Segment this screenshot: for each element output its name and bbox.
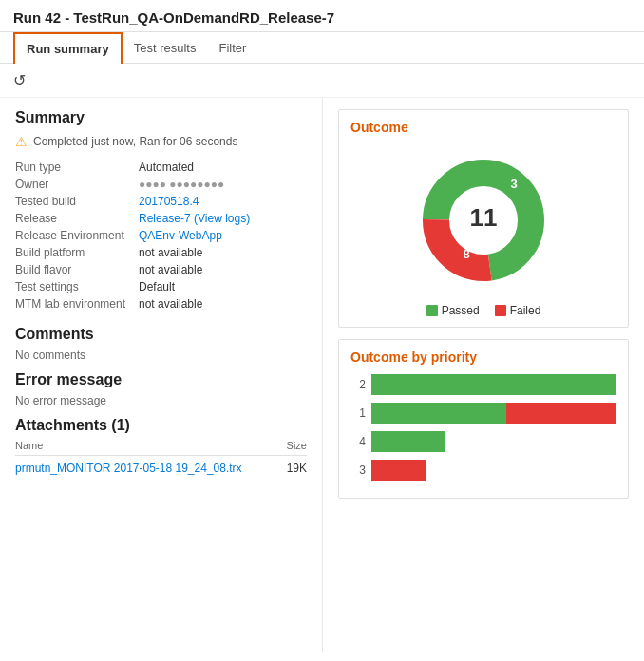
bar-green-2 [371, 374, 616, 395]
priority-title: Outcome by priority [350, 349, 616, 365]
comments-value: No comments [15, 349, 307, 362]
field-value: Default [139, 278, 307, 295]
table-row: Owner ●●●● ●●●●●●●● [15, 176, 307, 193]
attachment-link[interactable]: prmutn_MONITOR 2017-05-18 19_24_08.trx [15, 462, 242, 475]
priority-row-3: 3 [350, 460, 616, 481]
field-label: Tested build [15, 193, 139, 210]
right-panel: Outcome 11 3 8 [323, 98, 644, 652]
legend-failed-label: Failed [510, 304, 541, 317]
bar-green-1 [371, 403, 506, 424]
legend: Passed Failed [350, 304, 616, 317]
priority-card: Outcome by priority 2 1 4 [338, 339, 629, 499]
table-row: Test settings Default [15, 278, 307, 295]
table-row: Run type Automated [15, 159, 307, 176]
attachments-section-title: Attachments (1) [15, 417, 307, 434]
field-label: Build flavor [15, 261, 139, 278]
priority-row-4: 4 [350, 431, 616, 452]
table-row: Release Release-7 (View logs) [15, 210, 307, 227]
field-label: Owner [15, 176, 139, 193]
main-content: Summary ⚠ Completed just now, Ran for 06… [0, 98, 644, 652]
field-value[interactable]: QAEnv-WebApp [139, 227, 307, 244]
title-bar: Run 42 - TestRun_QA-OnDemandRD_Release-7 [0, 0, 644, 32]
field-value: Automated [139, 159, 307, 176]
tab-filter[interactable]: Filter [207, 33, 257, 63]
field-value[interactable]: Release-7 (View logs) [139, 210, 307, 227]
field-value[interactable]: 20170518.4 [139, 193, 307, 210]
field-label: Release Environment [15, 227, 139, 244]
table-row: MTM lab environment not available [15, 295, 307, 312]
donut-total-label: 11 [470, 203, 498, 232]
release-env-link[interactable]: QAEnv-WebApp [139, 229, 222, 242]
attachments-col-name: Name [15, 440, 43, 451]
bar-track-3 [371, 460, 616, 481]
table-row: Build platform not available [15, 244, 307, 261]
tested-build-link[interactable]: 20170518.4 [139, 195, 199, 208]
attachment-row: prmutn_MONITOR 2017-05-18 19_24_08.trx 1… [15, 460, 307, 477]
donut-passed-label: 8 [463, 247, 469, 261]
field-label: Test settings [15, 278, 139, 295]
field-label: Release [15, 210, 139, 227]
priority-label-4: 4 [350, 435, 366, 448]
bar-track-2 [371, 374, 616, 395]
refresh-button[interactable]: ↺ [13, 71, 26, 89]
priority-row-2: 2 [350, 374, 616, 395]
legend-passed-dot [426, 305, 438, 316]
priority-row-1: 1 [350, 403, 616, 424]
legend-passed: Passed [426, 304, 480, 317]
priority-label-3: 3 [350, 463, 366, 477]
info-table: Run type Automated Owner ●●●● ●●●●●●●● T… [15, 159, 307, 312]
field-label: MTM lab environment [15, 295, 139, 312]
comments-section-title: Comments [15, 326, 307, 343]
bar-track-1 [371, 403, 616, 424]
field-value: not available [139, 261, 307, 278]
toolbar: ↺ [0, 64, 644, 98]
summary-section-title: Summary [15, 109, 307, 126]
error-section-title: Error message [15, 371, 307, 388]
field-label: Build platform [15, 244, 139, 261]
tab-test-results[interactable]: Test results [123, 33, 208, 63]
bar-red-3 [371, 460, 426, 481]
attachments-col-size: Size [287, 440, 307, 451]
attachment-size: 19K [287, 462, 307, 475]
table-row: Release Environment QAEnv-WebApp [15, 227, 307, 244]
outcome-card: Outcome 11 3 8 [338, 109, 629, 328]
table-row: Tested build 20170518.4 [15, 193, 307, 210]
status-row: ⚠ Completed just now, Ran for 06 seconds [15, 134, 307, 149]
tab-run-summary[interactable]: Run summary [13, 32, 123, 64]
page-title: Run 42 - TestRun_QA-OnDemandRD_Release-7 [13, 9, 631, 26]
legend-passed-label: Passed [442, 304, 480, 317]
outcome-title: Outcome [350, 120, 616, 135]
legend-failed: Failed [495, 304, 541, 317]
priority-label-1: 1 [350, 406, 366, 420]
bar-track-4 [371, 431, 616, 452]
attachments-header: Name Size [15, 440, 307, 456]
status-message: Completed just now, Ran for 06 seconds [33, 135, 237, 148]
release-link[interactable]: Release-7 (View logs) [139, 212, 250, 225]
legend-failed-dot [495, 305, 506, 316]
error-value: No error message [15, 394, 307, 407]
field-value: not available [139, 295, 307, 312]
table-row: Build flavor not available [15, 261, 307, 278]
bar-green-4 [371, 431, 445, 452]
field-label: Run type [15, 159, 139, 176]
field-value-owner: ●●●● ●●●●●●●● [139, 176, 307, 193]
nav-tabs: Run summary Test results Filter [0, 32, 644, 64]
left-panel: Summary ⚠ Completed just now, Ran for 06… [0, 98, 323, 652]
field-value: not available [139, 244, 307, 261]
priority-label-2: 2 [350, 378, 366, 391]
warning-icon: ⚠ [15, 134, 28, 149]
donut-chart: 11 3 8 [407, 144, 559, 296]
donut-failed-label: 3 [510, 177, 517, 191]
donut-container: 11 3 8 [350, 144, 616, 296]
bar-red-1 [506, 403, 616, 424]
